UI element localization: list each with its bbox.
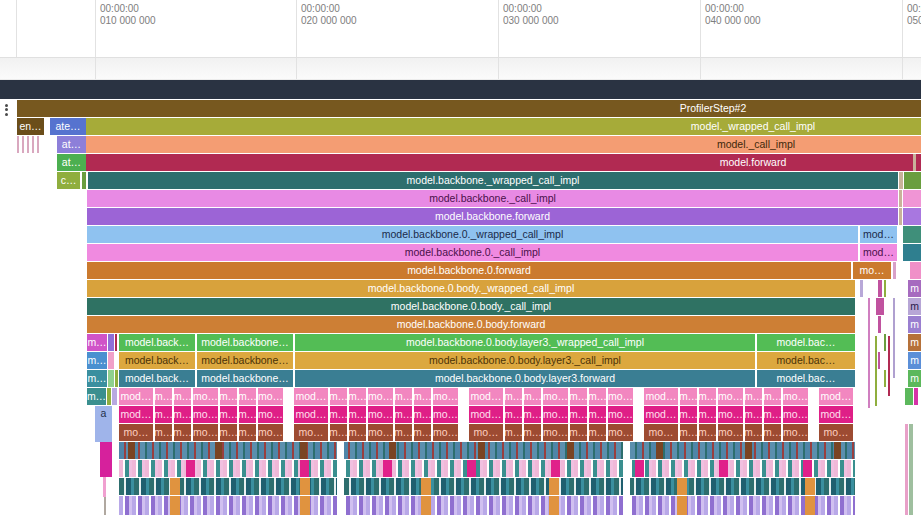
trace-slice[interactable]: model.bac… (757, 370, 855, 387)
trace-slice[interactable]: mo… (783, 406, 808, 423)
trace-slice[interactable]: m… (699, 406, 716, 423)
trace-slice[interactable] (876, 298, 884, 315)
trace-slice[interactable]: mod… (119, 406, 153, 423)
trace-slice[interactable]: m… (745, 424, 762, 441)
trace-slice[interactable]: m… (330, 406, 347, 423)
trace-slice[interactable]: mod… (294, 388, 328, 405)
trace-slice[interactable]: m… (589, 424, 606, 441)
kernel-accent-slice[interactable] (805, 496, 815, 515)
trace-slice[interactable] (884, 334, 886, 351)
kernel-accent-slice[interactable] (677, 478, 687, 495)
trace-slice[interactable] (875, 336, 877, 406)
trace-slice[interactable]: m… (570, 424, 587, 441)
trace-slice[interactable]: model.backbone.0.body.layer3._wrapped_ca… (295, 334, 755, 351)
trace-slice[interactable] (893, 298, 895, 378)
trace-slice[interactable]: m… (395, 424, 412, 441)
kernel-accent-slice[interactable] (389, 442, 396, 459)
kernel-accent-slice[interactable] (300, 478, 310, 495)
trace-slice[interactable]: m… (414, 424, 431, 441)
trace-slice[interactable]: m… (220, 406, 237, 423)
trace-slice[interactable]: mo… (193, 424, 218, 441)
trace-slice[interactable]: m… (764, 424, 781, 441)
kernel-accent-slice[interactable] (549, 478, 559, 495)
kernel-accent-slice[interactable] (170, 478, 180, 495)
trace-slice[interactable]: mod… (860, 244, 897, 261)
kernel-accent-slice[interactable] (549, 496, 559, 515)
trace-slice[interactable]: model.bac… (757, 352, 855, 369)
kernel-accent-slice[interactable] (467, 460, 476, 477)
trace-slice[interactable] (888, 336, 890, 396)
trace-slice[interactable]: model.backbone… (197, 352, 293, 369)
trace-slice[interactable]: model.backbone.0.forward (87, 262, 851, 279)
trace-slice[interactable]: m… (570, 406, 587, 423)
trace-slice[interactable]: model.backbone… (197, 370, 293, 387)
trace-slice[interactable]: m… (349, 388, 366, 405)
trace-slice[interactable] (82, 172, 86, 189)
trace-slice[interactable]: model.backbone.0._call_impl (87, 244, 858, 261)
kernel-accent-slice[interactable] (300, 496, 310, 515)
trace-slice[interactable]: mo… (608, 424, 633, 441)
trace-slice[interactable]: m… (505, 388, 522, 405)
trace-slice[interactable] (108, 370, 114, 387)
trace-slice[interactable]: m… (589, 388, 606, 405)
trace-slice[interactable] (904, 172, 921, 189)
trace-slice[interactable] (893, 262, 896, 279)
trace-slice[interactable]: mod… (644, 388, 678, 405)
trace-slice[interactable]: m… (524, 424, 541, 441)
trace-slice[interactable]: m… (239, 406, 256, 423)
kernel-accent-slice[interactable] (170, 496, 180, 515)
trace-slice[interactable]: model._call_impl (86, 136, 921, 153)
trace-slice[interactable]: mo… (543, 424, 568, 441)
trace-slice[interactable] (103, 477, 106, 497)
kernel-accent-slice[interactable] (834, 442, 841, 459)
trace-slice[interactable]: m… (155, 424, 172, 441)
trace-slice[interactable] (115, 334, 117, 351)
trace-slice[interactable]: m (908, 370, 921, 387)
trace-slice[interactable]: mo… (718, 388, 743, 405)
kernel-accent-slice[interactable] (805, 478, 815, 495)
kernel-stripe-row[interactable] (119, 460, 855, 477)
trace-slice[interactable]: model.backbone.0.body._call_impl (87, 298, 855, 315)
trace-slice[interactable] (104, 497, 106, 515)
trace-slice[interactable]: model.backbone.0.body._wrapped_call_impl (87, 280, 855, 297)
trace-slice[interactable] (878, 316, 881, 333)
trace-slice[interactable]: mo… (718, 406, 743, 423)
kernel-stripe-row[interactable] (119, 478, 855, 495)
kernel-accent-slice[interactable] (803, 460, 812, 477)
trace-slice[interactable]: mod… (294, 406, 328, 423)
trace-slice[interactable]: mo… (294, 424, 328, 441)
trace-slice[interactable]: m… (570, 388, 587, 405)
trace-slice[interactable]: m… (220, 388, 237, 405)
trace-slice[interactable]: mod… (644, 406, 678, 423)
trace-slice[interactable] (17, 136, 42, 153)
trace-slice[interactable]: mo… (783, 388, 808, 405)
trace-slice[interactable]: mo… (119, 424, 153, 441)
trace-slice[interactable]: model.back… (119, 370, 195, 387)
trace-slice[interactable]: m… (174, 424, 191, 441)
kernel-accent-slice[interactable] (677, 496, 687, 515)
kernel-accent-slice[interactable] (745, 442, 752, 459)
trace-slice[interactable]: m… (220, 424, 237, 441)
trace-slice[interactable]: m… (764, 388, 781, 405)
trace-slice[interactable] (899, 172, 903, 189)
trace-slice[interactable]: en… (17, 118, 44, 135)
trace-slice[interactable]: mod… (860, 226, 897, 243)
kernel-accent-slice[interactable] (383, 460, 392, 477)
trace-slice[interactable]: mod… (819, 406, 853, 423)
trace-slice[interactable]: m… (395, 406, 412, 423)
trace-slice[interactable]: m… (155, 388, 172, 405)
kernel-accent-slice[interactable] (567, 442, 574, 459)
trace-slice[interactable] (107, 388, 111, 405)
trace-slice[interactable]: m… (680, 424, 697, 441)
kernel-accent-slice[interactable] (551, 460, 560, 477)
kernel-accent-slice[interactable] (635, 460, 644, 477)
trace-slice[interactable]: m… (87, 352, 107, 369)
trace-slice[interactable]: m (908, 334, 921, 351)
trace-slice[interactable]: m… (680, 388, 697, 405)
trace-slice[interactable]: m… (395, 388, 412, 405)
trace-slice[interactable]: mo… (258, 388, 283, 405)
trace-slice[interactable]: model.backbone.0._wrapped_call_impl (87, 226, 858, 243)
trace-slice[interactable]: mo… (819, 424, 853, 441)
trace-slice[interactable]: model.backbone._wrapped_call_impl (88, 172, 898, 189)
kernel-accent-slice[interactable] (300, 460, 309, 477)
